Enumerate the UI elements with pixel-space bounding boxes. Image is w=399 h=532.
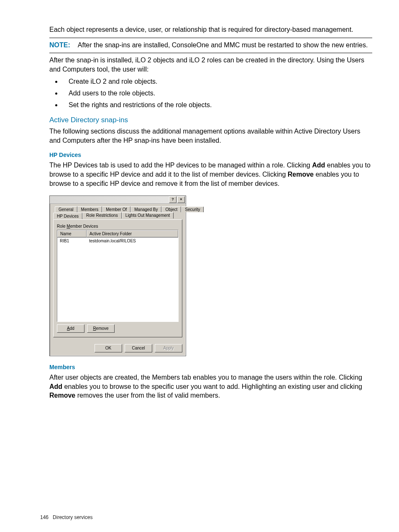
- cancel-button[interactable]: Cancel: [125, 344, 152, 352]
- tab-managed-by[interactable]: Managed By: [130, 206, 161, 212]
- bold-add: Add: [312, 162, 325, 169]
- bold-remove: Remove: [288, 171, 314, 178]
- cell-name: RIB1: [57, 238, 87, 244]
- list-item: Set the rights and restrictions of the r…: [62, 100, 372, 110]
- tab-members[interactable]: Members: [77, 206, 102, 212]
- heading-hp-devices: HP Devices: [49, 152, 372, 158]
- note-paragraph: NOTE:After the snap-ins are installed, C…: [49, 41, 372, 50]
- tab-lights-out-management[interactable]: Lights Out Management: [122, 212, 174, 218]
- tab-role-restrictions[interactable]: Role Restrictions: [82, 212, 122, 218]
- divider-top: [49, 38, 372, 38]
- column-header-folder[interactable]: Active Directory Folder: [87, 230, 178, 237]
- members-paragraph: After user objects are created, the Memb…: [49, 373, 372, 400]
- tab-security[interactable]: Security: [181, 206, 204, 212]
- bold-remove: Remove: [49, 392, 75, 399]
- table-row[interactable]: RIB1 testdomain.local/RILOES: [57, 238, 178, 244]
- note-text: After the snap-ins are installed, Consol…: [78, 41, 368, 49]
- section-title: Directory services: [53, 514, 92, 520]
- close-button[interactable]: ×: [177, 196, 185, 203]
- add-button[interactable]: Add: [57, 324, 84, 333]
- heading-members: Members: [49, 364, 372, 370]
- text: removes the user from the list of valid …: [75, 392, 220, 399]
- accelerator: M: [66, 224, 70, 229]
- page-footer: 146 Directory services: [40, 514, 92, 520]
- text: After user objects are created, the Memb…: [49, 374, 362, 381]
- titlebar: ? ×: [50, 196, 186, 204]
- tab-hp-devices[interactable]: HP Devices: [53, 213, 82, 219]
- tab-strip: General Members Member Of Managed By Obj…: [53, 206, 182, 220]
- page-number: 146: [40, 514, 49, 520]
- apply-button[interactable]: Apply: [155, 344, 182, 352]
- tab-object[interactable]: Object: [161, 206, 181, 212]
- ad-snapins-paragraph: The following sections discuss the addit…: [49, 127, 372, 145]
- bullet-list: Create iLO 2 and role objects. Add users…: [49, 77, 372, 109]
- remove-button[interactable]: Remove: [87, 324, 115, 333]
- tab-member-of[interactable]: Member Of: [102, 206, 130, 212]
- dialog-footer: OK Cancel Apply: [50, 341, 186, 356]
- cell-folder: testdomain.local/RILOES: [87, 238, 178, 244]
- dialog-screenshot: ? × General Members Member Of Managed By…: [49, 195, 372, 356]
- divider-bottom: [49, 53, 372, 53]
- list-item: Add users to the role objects.: [62, 89, 372, 98]
- tab-panel: Role Member Devices Name Active Director…: [53, 219, 182, 337]
- hp-devices-paragraph: The HP Devices tab is used to add the HP…: [49, 161, 372, 188]
- after-install-paragraph: After the snap-in is installed, iLO 2 ob…: [49, 56, 372, 74]
- intro-paragraph: Each object represents a device, user, o…: [49, 25, 372, 34]
- properties-dialog: ? × General Members Member Of Managed By…: [49, 195, 186, 356]
- panel-label: Role Member Devices: [57, 224, 179, 229]
- bold-add: Add: [49, 383, 62, 390]
- ok-button[interactable]: OK: [95, 344, 122, 352]
- text: Role: [57, 224, 66, 229]
- text: enables you to browse to the specific us…: [62, 383, 362, 390]
- text: ember Devices: [70, 224, 98, 229]
- text: The HP Devices tab is used to add the HP…: [49, 162, 312, 169]
- column-header-name[interactable]: Name: [57, 230, 87, 237]
- note-label: NOTE:: [49, 41, 70, 49]
- list-item: Create iLO 2 and role objects.: [62, 77, 372, 86]
- help-button[interactable]: ?: [169, 196, 176, 203]
- listview-role-member-devices[interactable]: Name Active Directory Folder RIB1 testdo…: [57, 230, 179, 322]
- tab-general[interactable]: General: [55, 206, 77, 212]
- heading-ad-snapins: Active Directory snap-ins: [49, 116, 372, 124]
- listview-header: Name Active Directory Folder: [57, 230, 178, 238]
